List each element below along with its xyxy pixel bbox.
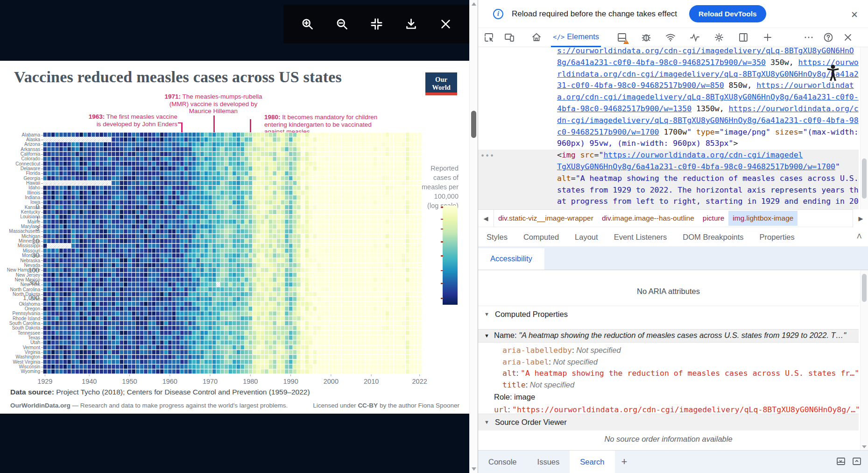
state-label: South Carolina	[9, 321, 43, 326]
year-tick-label: 1940	[75, 378, 103, 385]
pane-tab-dom-breakpoints[interactable]: DOM Breakpoints	[683, 233, 743, 242]
dock-drawer-icon[interactable]	[835, 456, 847, 467]
zoom-out-icon[interactable]	[331, 14, 353, 35]
state-label: Arizona	[24, 142, 43, 147]
download-icon[interactable]	[400, 14, 422, 35]
home-icon[interactable]	[530, 31, 543, 43]
pane-tab-event-listeners[interactable]: Event Listeners	[614, 233, 667, 242]
expand-drawer-icon[interactable]	[851, 456, 862, 467]
code-line[interactable]: 4bfa-98c0-94682517b900/w=1350 1350w, htt…	[557, 104, 859, 113]
drawer-tab-search[interactable]: Search	[570, 451, 614, 473]
scrollbar-up-arrow[interactable]	[472, 2, 476, 6]
legend-tick-mark	[441, 207, 443, 208]
state-label: Indiana	[25, 195, 43, 200]
collapse-pane-icon[interactable]: ᐱ	[857, 232, 861, 240]
state-label: South Dakota	[12, 325, 43, 330]
reload-devtools-button[interactable]: Reload DevTools	[689, 5, 766, 22]
legend-tick-mark	[441, 298, 443, 299]
pane-scroll-down-arrow[interactable]	[862, 445, 867, 448]
no-aria-attributes-text: No ARIA attributes	[478, 287, 859, 296]
code-line[interactable]: 8g/6a41a231-c0f0-4bfa-98c0-94682517b900/…	[557, 58, 859, 67]
pane-tab-computed[interactable]: Computed	[523, 233, 559, 242]
code-line[interactable]: states from 1929 to 2022. The horizontal…	[557, 186, 859, 194]
state-label: Colorado	[21, 156, 43, 161]
accessibility-person-icon	[826, 64, 840, 84]
accessibility-pane: No ARIA attributes ▼ Computed Properties…	[478, 270, 868, 450]
heatmap-plot	[43, 132, 422, 377]
annotation-connector	[178, 122, 183, 123]
reload-message: Reload required before the change takes …	[512, 9, 677, 19]
dock-side-icon[interactable]	[737, 31, 749, 43]
console-drawer-warning-icon[interactable]	[616, 31, 628, 43]
inspect-icon[interactable]	[483, 31, 495, 43]
code-line[interactable]: 31-c0f0-4bfa-98c0-94682517b900/w=850 850…	[557, 81, 854, 90]
screenshot-root: Vaccines reduced measles cases across US…	[0, 0, 868, 473]
node-menu-dots[interactable]: •••	[480, 152, 494, 160]
state-label: Idaho	[28, 185, 43, 190]
pane-scrollbar[interactable]	[860, 270, 868, 450]
code-line[interactable]: a.org/cdn-cgi/imagedelivery/qLq-8BTgXU8y…	[557, 93, 859, 101]
a11y-prop-aria-labelledby: aria-labelledby: Not specified	[502, 346, 868, 355]
pane-tab-layout[interactable]: Layout	[575, 233, 598, 242]
chart-title: Vaccines reduced measles cases across US…	[14, 68, 350, 86]
breadcrumb-item[interactable]: picture	[699, 211, 729, 226]
image-lightbox: Vaccines reduced measles cases across US…	[0, 0, 469, 473]
code-line[interactable]: rldindata.org/cdn-cgi/imagedelivery/qLq-…	[557, 70, 859, 79]
add-drawer-tab-icon[interactable]: +	[615, 451, 634, 473]
a11y-prop-alt: alt: "A heatmap showing the reduction of…	[502, 369, 868, 378]
code-line[interactable]: 960px) 95vw, (min-width: 960px) 853px">	[557, 139, 738, 148]
elements-tree[interactable]: s://ourworldindata.org/cdn-cgi/imagedeli…	[478, 47, 859, 209]
close-icon[interactable]	[435, 14, 456, 35]
tab-accessibility[interactable]: Accessibility	[478, 248, 544, 270]
state-label: Wyoming	[21, 369, 43, 374]
help-icon[interactable]	[822, 31, 834, 43]
page-scrollbar[interactable]	[469, 0, 478, 473]
more-icon[interactable]	[803, 31, 815, 43]
pane-scrollbar-thumb[interactable]	[862, 274, 867, 302]
breadcrumb-item[interactable]: div.static-viz__image-wrapper	[494, 211, 598, 226]
drawer-tab-console[interactable]: Console	[478, 451, 527, 473]
legend-tick-mark	[441, 270, 443, 272]
breadcrumb-item[interactable]: div.image.image--has-outline	[598, 211, 699, 226]
a11y-url-row: url: "https://ourworldindata.org/cdn-cgi…	[494, 405, 868, 414]
breadcrumb-item[interactable]: img.lightbox-image	[728, 211, 797, 226]
chart-image[interactable]: Vaccines reduced measles cases across US…	[0, 61, 469, 414]
code-line[interactable]: at progress from left to right, starting…	[557, 197, 859, 206]
triangle-down-icon: ▼	[484, 311, 489, 317]
owid-logo-line1: Our World	[425, 76, 457, 92]
dom-breadcrumb-bar: ◀ div.static-viz__image-wrapperdiv.image…	[478, 209, 868, 227]
source-order-viewer-section[interactable]: ▼ Source Order Viewer	[478, 414, 859, 430]
add-tools-icon[interactable]	[762, 31, 774, 43]
code-line[interactable]: TgXU8yG0N6HnOy8g/6a41a231-c0f0-4bfa-98c0…	[557, 162, 840, 171]
breadcrumb-left-chevron[interactable]: ◀	[478, 209, 494, 227]
a11y-name-row[interactable]: ▼ Name: "A heatmap showing the reduction…	[478, 329, 859, 343]
breadcrumb-right-chevron[interactable]: ▶	[853, 209, 868, 227]
legend-tick-mark	[441, 283, 443, 284]
scrollbar-thumb[interactable]	[471, 111, 476, 138]
code-line[interactable]: s://ourworldindata.org/cdn-cgi/imagedeli…	[557, 47, 854, 55]
code-line[interactable]: alt="A heatmap showing the reduction of …	[557, 174, 859, 183]
code-line[interactable]: <img src="https://ourworldindata.org/cdn…	[557, 150, 803, 159]
network-conditions-icon[interactable]	[664, 31, 677, 43]
message-close-icon[interactable]: ✕	[851, 9, 858, 20]
pane-tab-properties[interactable]: Properties	[760, 233, 795, 242]
compress-icon[interactable]	[366, 14, 387, 35]
settings-icon[interactable]	[713, 31, 725, 43]
zoom-in-icon[interactable]	[296, 14, 318, 35]
elements-scrollbar[interactable]	[860, 47, 868, 209]
license-note: Licensed under CC-BY by the author Fiona…	[313, 402, 459, 409]
year-tick-label: 1980	[236, 378, 264, 385]
close-icon[interactable]	[842, 31, 854, 43]
debug-icon[interactable]	[640, 31, 652, 43]
pane-tab-styles[interactable]: Styles	[487, 233, 508, 242]
state-label: Alabama	[22, 132, 43, 137]
elements-scrollbar-thumb[interactable]	[862, 158, 867, 199]
code-line[interactable]: dn-cgi/imagedelivery/qLq-8BTgXU8yG0N6HnO…	[557, 116, 859, 125]
device-toolbar-icon[interactable]	[503, 31, 515, 43]
tab-elements[interactable]: </>Elements	[551, 28, 601, 47]
performance-icon[interactable]	[689, 31, 701, 43]
drawer-tab-issues[interactable]: Issues	[527, 451, 570, 473]
scrollbar-down-arrow[interactable]	[472, 467, 476, 471]
computed-properties-section[interactable]: ▼ Computed Properties	[478, 306, 859, 322]
code-line[interactable]: c0-94682517b900/w=1700 1700w" type="imag…	[557, 128, 859, 136]
